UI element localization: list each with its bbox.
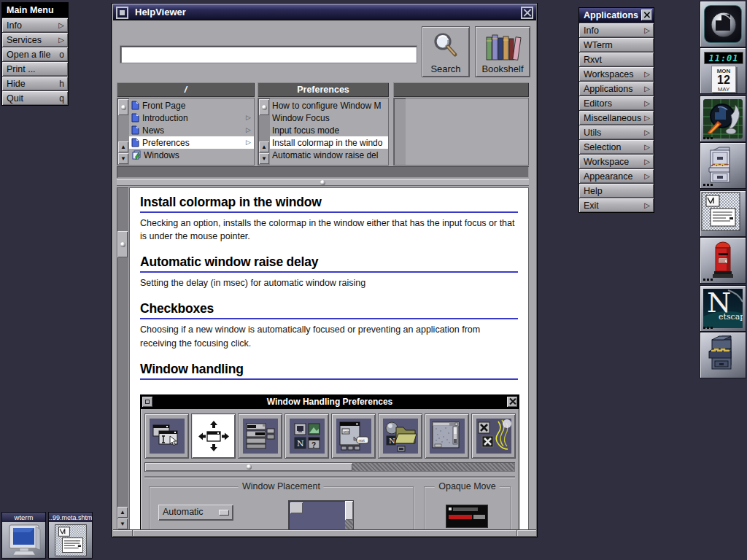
apps-item-workspaces[interactable]: Workspaces <box>579 66 654 81</box>
close-icon <box>523 9 531 17</box>
applications-menu-title[interactable]: Applications <box>579 8 654 23</box>
dock-tile-mailbox[interactable] <box>700 237 746 284</box>
document-icon <box>131 113 139 122</box>
browser-column-root: / Front Page Introduction News <box>117 82 255 166</box>
window-title: HelpViewer <box>135 7 186 18</box>
applications-menu-window: Applications Info WTerm Rxvt Workspaces … <box>578 7 654 213</box>
scroll-knob[interactable] <box>259 99 269 115</box>
section-heading: Automatic window raise delay <box>140 254 518 273</box>
dock-tile-clock[interactable]: 11:01 MON 12 MAY <box>700 47 746 94</box>
dialog-appearance-icon <box>430 419 465 454</box>
scroll-down-button[interactable] <box>259 153 269 164</box>
scroll-down-button[interactable] <box>118 153 128 164</box>
browser-row-introduction[interactable]: Introduction <box>129 112 254 124</box>
tabs-horizontal-scrollbar <box>144 462 515 472</box>
menu-item-info[interactable]: Info <box>2 18 68 32</box>
apps-item-rxvt[interactable]: Rxvt <box>579 52 654 66</box>
column-scrollbar[interactable] <box>117 98 129 165</box>
running-indicator <box>703 327 713 329</box>
helpviewer-titlebar[interactable]: HelpViewer <box>113 4 536 20</box>
browser-row-front-page[interactable]: Front Page <box>129 99 254 112</box>
section-body: Setting the delay (in msec) for automati… <box>140 276 518 289</box>
browser-row[interactable]: Automatic window raise del <box>270 149 388 161</box>
desktop-icons-icon: N ? <box>290 419 325 454</box>
submenu-arrow-icon <box>644 202 650 209</box>
apps-item-editors[interactable]: Editors <box>579 96 654 110</box>
menu-item-services[interactable]: Services <box>2 32 68 47</box>
paint-app-icon <box>700 96 746 141</box>
browser-row[interactable]: How to configure Window M <box>270 99 388 112</box>
browser-row-preferences[interactable]: Preferences <box>129 136 254 149</box>
dock-tile-gnustep-logo[interactable] <box>700 1 746 47</box>
scroll-up-button[interactable] <box>117 507 128 518</box>
gnustep-logo-icon <box>704 5 742 43</box>
miniwindow-wterm[interactable]: wterm <box>1 512 46 559</box>
submenu-arrow-icon <box>644 129 650 136</box>
apps-item-info[interactable]: Info <box>579 23 654 37</box>
browser-row[interactable]: Window Focus <box>270 112 388 124</box>
submenu-arrow-icon <box>644 100 650 107</box>
scroll-knob[interactable] <box>117 231 128 257</box>
svg-text:?: ? <box>311 441 316 449</box>
apps-item-exit[interactable]: Exit <box>579 198 654 212</box>
submenu-arrow-icon <box>644 144 650 151</box>
browser-column-empty <box>393 82 529 166</box>
apps-item-utils[interactable]: Utils <box>579 125 654 139</box>
browser-row-news[interactable]: News <box>129 124 254 136</box>
apps-item-selection[interactable]: Selection <box>579 139 654 154</box>
dock-tile-text-editor[interactable] <box>700 190 746 237</box>
scroll-up-button[interactable] <box>259 141 269 152</box>
section-heading: Checkboxes <box>140 301 518 319</box>
menu-item-print[interactable]: Print ... <box>2 61 68 76</box>
apps-item-wterm[interactable]: WTerm <box>579 37 654 52</box>
apps-item-miscellaneous[interactable]: Miscellaneous <box>579 110 654 125</box>
miniaturize-button[interactable] <box>116 7 128 19</box>
miniaturize-button <box>142 397 152 407</box>
resize-bar[interactable] <box>113 529 536 536</box>
menu-item-hide[interactable]: Hide h <box>2 76 68 90</box>
search-icon <box>432 31 460 61</box>
window-focus-icon <box>243 419 278 454</box>
browser-column-preferences: Preferences How to configure Window M Wi… <box>258 82 389 166</box>
menu-item-open-a-file[interactable]: Open a file o <box>2 47 68 61</box>
divider-line <box>144 476 515 478</box>
apps-item-workspace[interactable]: Workspace <box>579 154 654 168</box>
dock-tile-paint-app[interactable] <box>700 96 746 142</box>
svg-text:unix: unix <box>343 429 349 433</box>
text-editor-icon <box>53 524 88 557</box>
scroll-knob[interactable] <box>118 99 128 115</box>
search-input[interactable] <box>120 45 417 63</box>
browser-row[interactable]: Input focus mode <box>270 124 388 136</box>
submenu-arrow-icon <box>246 127 251 133</box>
embedded-titlebar: Window Handling Preferences <box>141 395 519 409</box>
miniwindow-shtml-document[interactable]: ...99.meta.shtml <box>48 512 93 559</box>
section-heading: Install colormap in the window <box>140 195 518 213</box>
browser-row-windows[interactable]: Windows <box>129 149 254 161</box>
browser-row-selected[interactable]: Install colormap in the windo <box>270 136 388 149</box>
browser-horizontal-scrollbar[interactable] <box>117 166 529 178</box>
scroll-up-button[interactable] <box>118 141 128 152</box>
scroll-down-button[interactable] <box>117 518 128 529</box>
main-menu-title[interactable]: Main Menu <box>2 3 68 18</box>
dock-tile-file-cabinet[interactable] <box>700 142 746 189</box>
tab-terminal-emulator: unix rxvt <box>331 413 376 459</box>
bookshelf-button[interactable]: Bookshelf <box>475 26 530 77</box>
apps-item-appearance[interactable]: Appearance <box>579 168 654 183</box>
close-button[interactable] <box>641 9 652 20</box>
column-header: Preferences <box>258 82 389 97</box>
digital-clock-display: 11:01 <box>704 52 743 64</box>
group-label: Window Placement <box>239 481 324 491</box>
splitview-divider[interactable] <box>117 179 529 186</box>
section-heading: Window handling <box>140 362 518 380</box>
column-scrollbar[interactable] <box>258 98 270 165</box>
apps-item-applications[interactable]: Applications <box>579 81 654 96</box>
menu-item-quit[interactable]: Quit q <box>2 90 68 105</box>
column-header: / <box>117 82 255 97</box>
dock-tile-file-manager[interactable] <box>700 332 746 378</box>
close-button[interactable] <box>521 7 533 19</box>
search-button[interactable]: Search <box>422 26 470 77</box>
window-close-icon <box>476 419 511 454</box>
apps-item-help[interactable]: Help <box>579 183 654 198</box>
dock-tile-netscape[interactable]: N etscape <box>700 285 746 332</box>
content-scrollbar[interactable] <box>117 187 128 530</box>
